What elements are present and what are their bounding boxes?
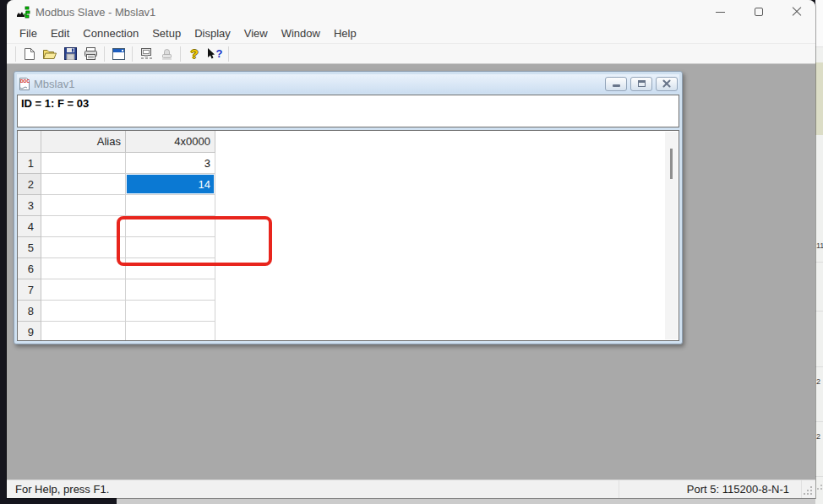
row-header[interactable]: 2: [18, 174, 41, 195]
row-header[interactable]: 8: [18, 301, 41, 322]
document-title-bar[interactable]: DOC Mbslav1: [17, 74, 679, 93]
help-icon: ?: [190, 46, 198, 61]
maximize-button[interactable]: [739, 0, 777, 24]
table-row: 6: [18, 258, 215, 279]
screenshot-root: 11 2 2 Modbus Slave - Mbslav1: [0, 0, 823, 504]
row-header[interactable]: 9: [18, 322, 41, 341]
menu-connection[interactable]: Connection: [76, 24, 145, 42]
doc-restore-button[interactable]: [630, 77, 652, 91]
doc-minimize-button[interactable]: [605, 77, 627, 91]
divider: [815, 421, 823, 422]
row-header[interactable]: 6: [18, 258, 41, 279]
context-help-button[interactable]: ?: [204, 45, 225, 63]
register-column-header[interactable]: 4x0000: [126, 131, 215, 153]
close-button[interactable]: [777, 0, 815, 24]
context-help-icon: [207, 47, 215, 60]
new-file-button[interactable]: [19, 45, 40, 63]
communication-icon: [161, 47, 173, 60]
app-icon: [15, 4, 30, 19]
menu-edit[interactable]: Edit: [44, 24, 76, 42]
vertical-scrollbar[interactable]: [665, 132, 678, 339]
table-header-row: Alias 4x0000: [18, 131, 215, 153]
close-icon: [792, 7, 802, 17]
communication-button[interactable]: [156, 45, 177, 63]
alias-cell[interactable]: [41, 174, 126, 195]
alias-cell[interactable]: [41, 237, 126, 258]
register-grid-panel: Alias 4x0000 1 3 2 14: [17, 130, 679, 341]
row-header[interactable]: 5: [18, 237, 41, 258]
menu-help[interactable]: Help: [327, 24, 363, 42]
row-header[interactable]: 7: [18, 279, 41, 301]
text-fragment: 2: [816, 432, 820, 441]
print-icon: [84, 47, 98, 60]
print-button[interactable]: [80, 45, 101, 63]
resize-grip-icon: [816, 485, 822, 490]
register-value-cell[interactable]: 3: [126, 153, 215, 174]
title-bar[interactable]: Modbus Slave - Mbslav1: [7, 0, 815, 24]
divider: [815, 476, 823, 477]
status-bar: For Help, press F1. Port 5: 115200-8-N-1: [7, 480, 815, 498]
register-value-cell[interactable]: [126, 237, 215, 258]
alias-cell[interactable]: [41, 195, 126, 216]
doc-close-icon: [662, 79, 671, 88]
divider: [815, 262, 823, 263]
doc-minimize-icon: [613, 84, 620, 87]
partial-window-beige-block: [815, 62, 823, 135]
partial-window-top: [815, 0, 823, 47]
table-row: 9: [18, 322, 215, 341]
toolbar: ? ?: [7, 44, 815, 64]
table-row: 8: [18, 301, 215, 322]
row-header[interactable]: 3: [18, 195, 41, 216]
minimize-icon: [716, 12, 725, 13]
menu-setup[interactable]: Setup: [145, 24, 188, 42]
text-fragment: 11: [816, 241, 823, 250]
toolbar-separator: [228, 46, 229, 62]
register-value-cell[interactable]: [126, 216, 215, 237]
minimize-button[interactable]: [701, 0, 739, 24]
display-settings-button[interactable]: [108, 45, 128, 63]
table-row: 5: [18, 237, 215, 258]
register-value-cell[interactable]: [126, 258, 215, 279]
menu-window[interactable]: Window: [275, 24, 327, 42]
alias-cell[interactable]: [41, 153, 126, 174]
mbslav1-document-window: DOC Mbslav1 ID = 1: F = 03: [14, 71, 683, 344]
register-value-cell[interactable]: [126, 195, 215, 216]
register-value-cell[interactable]: [126, 279, 215, 301]
window-resize-grip[interactable]: [802, 480, 815, 498]
alias-cell[interactable]: [41, 279, 126, 301]
table-row: 7: [18, 279, 215, 301]
open-file-icon: [42, 48, 57, 60]
row-header[interactable]: 4: [18, 216, 41, 237]
row-header[interactable]: 1: [18, 153, 41, 174]
resize-grip-icon: [804, 486, 812, 495]
poll-definition-button[interactable]: [136, 45, 156, 63]
alias-column-header[interactable]: Alias: [41, 131, 126, 153]
register-value-cell[interactable]: [126, 322, 215, 341]
register-value-cell[interactable]: [126, 301, 215, 322]
toolbar-separator: [104, 46, 105, 62]
alias-cell[interactable]: [41, 301, 126, 322]
doc-close-button[interactable]: [656, 77, 678, 91]
register-value-cell-selected[interactable]: 14: [126, 174, 215, 195]
alias-cell[interactable]: [41, 322, 126, 341]
menu-file[interactable]: File: [13, 24, 44, 42]
scrollbar-thumb[interactable]: [670, 149, 673, 179]
save-button[interactable]: [60, 45, 80, 63]
open-file-button[interactable]: [40, 45, 60, 63]
partial-window-right-edge[interactable]: 11 2 2: [815, 0, 823, 504]
menu-view[interactable]: View: [237, 24, 275, 42]
save-icon: [64, 47, 77, 60]
display-settings-icon: [112, 48, 125, 60]
background-window-edge: [117, 498, 823, 504]
alias-cell[interactable]: [41, 216, 126, 237]
divider: [815, 366, 823, 367]
document-title: Mbslav1: [34, 78, 74, 90]
menu-display[interactable]: Display: [188, 24, 237, 42]
corner-header-cell[interactable]: [18, 131, 41, 153]
context-help-question: ?: [216, 47, 223, 60]
status-message: For Help, press F1.: [7, 483, 109, 496]
table-row: 2 14: [18, 174, 215, 195]
help-button[interactable]: ?: [184, 45, 204, 63]
alias-cell[interactable]: [41, 258, 126, 279]
table-row: 4: [18, 216, 215, 237]
